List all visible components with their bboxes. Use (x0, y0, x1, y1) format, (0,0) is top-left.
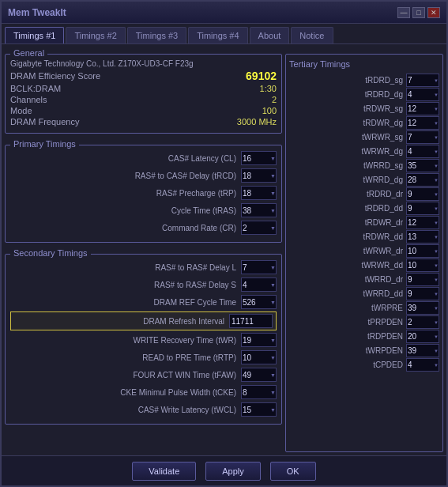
tertiary-timing-select[interactable]: 4 (406, 88, 439, 101)
timing-rrds-select[interactable]: 4 (241, 277, 277, 292)
timing-tcke-row: CKE Minimul Pulse Width (tCKE) 8 (10, 384, 277, 400)
dram-refresh-label: DRAM Refresh Interval (14, 317, 229, 326)
tertiary-timing-wrapper: 20 (406, 330, 439, 343)
channels-label: Channels (10, 95, 47, 104)
tertiary-timing-select[interactable]: 7 (406, 130, 439, 144)
timing-cl-select[interactable]: 16 (241, 151, 277, 165)
timing-ref-select[interactable]: 526 (241, 295, 277, 309)
channels-row: Channels 2 (10, 95, 277, 104)
tertiary-timing-row: tRDWR_sg 12 (289, 102, 439, 115)
timing-cr-select[interactable]: 2 (241, 221, 277, 235)
mode-row: Mode 100 (10, 106, 277, 115)
tertiary-timing-label: tRDPDEN (289, 332, 406, 341)
main-content: General Gigabyte Technology Co., Ltd. Z1… (2, 44, 446, 455)
timing-trcd-wrapper: 18 (241, 168, 277, 183)
tertiary-timing-select[interactable]: 12 (406, 116, 439, 130)
tertiary-timing-select[interactable]: 7 (406, 74, 439, 87)
timing-trp-select[interactable]: 18 (241, 186, 277, 200)
tertiary-timing-row: tWRPDEN 39 (289, 344, 439, 357)
tertiary-timing-wrapper: 9 (406, 202, 439, 215)
tertiary-timing-wrapper: 10 (406, 259, 439, 272)
tertiary-timing-label: tWRPRE (289, 304, 406, 312)
tertiary-timing-select[interactable]: 39 (406, 344, 439, 357)
validate-button[interactable]: Validate (132, 462, 196, 481)
timing-rrds-label: RAS# to RAS# Delay S (10, 281, 241, 289)
timing-tcke-wrapper: 8 (241, 385, 277, 399)
tertiary-timings-list: tRDRD_sg 7 tRDRD_dg 4 tRDWR_sg 12 tRDWR_… (289, 74, 439, 372)
timing-tfaw-select[interactable]: 49 (241, 368, 277, 382)
tertiary-timing-row: tRDWR_dg 12 (289, 116, 439, 130)
tertiary-timing-row: tPRPDEN 2 (289, 315, 439, 329)
tertiary-timing-select[interactable]: 35 (406, 159, 439, 172)
bclk-row: BCLK:DRAM 1:30 (10, 84, 277, 93)
tertiary-timing-select[interactable]: 4 (406, 358, 439, 372)
tab-timings4[interactable]: Timings #4 (188, 27, 247, 43)
tertiary-timing-row: tWRWR_sg 7 (289, 130, 439, 144)
tab-timings1[interactable]: Timings #1 (5, 27, 64, 43)
right-panel: Tertiary Timings tRDRD_sg 7 tRDRD_dg 4 t… (285, 47, 443, 452)
bclk-value: 1:30 (260, 84, 277, 93)
apply-button[interactable]: Apply (205, 462, 261, 481)
timing-rrdl-select[interactable]: 7 (241, 260, 277, 274)
timing-trtp-wrapper: 10 (241, 350, 277, 364)
tertiary-timing-row: tRDRD_dg 4 (289, 88, 439, 101)
tertiary-timing-label: tWRRD_dd (289, 289, 406, 298)
tertiary-timing-select[interactable]: 9 (406, 187, 439, 201)
tertiary-timing-select[interactable]: 4 (406, 145, 439, 158)
maximize-button[interactable]: □ (412, 7, 425, 18)
tertiary-timing-row: tWRRD_dr 9 (289, 273, 439, 286)
tab-notice[interactable]: Notice (291, 27, 333, 43)
manufacturer-row: Gigabyte Technology Co., Ltd. Z170X-UD3-… (10, 59, 277, 68)
timing-twr-row: WRITE Recovery Time (tWR) 19 (10, 332, 277, 348)
timing-tras-select[interactable]: 38 (241, 203, 277, 217)
left-panel: General Gigabyte Technology Co., Ltd. Z1… (5, 47, 282, 452)
tertiary-timing-select[interactable]: 2 (406, 315, 439, 329)
tertiary-timing-wrapper: 12 (406, 116, 439, 130)
tertiary-timing-row: tWRRD_sg 35 (289, 159, 439, 172)
tertiary-timing-select[interactable]: 20 (406, 330, 439, 343)
close-button[interactable]: ✕ (427, 7, 440, 18)
tertiary-timing-wrapper: 9 (406, 273, 439, 286)
timing-twr-label: WRITE Recovery Time (tWR) (10, 336, 241, 345)
tertiary-timing-select[interactable]: 9 (406, 273, 439, 286)
primary-label: Primary Timings (10, 139, 79, 149)
timing-twr-select[interactable]: 19 (241, 333, 277, 347)
tertiary-timing-select[interactable]: 28 (406, 173, 439, 187)
timing-trcd-select[interactable]: 18 (241, 168, 277, 183)
tertiary-timing-row: tRDWR_dr 12 (289, 216, 439, 229)
tertiary-timing-select[interactable]: 12 (406, 102, 439, 115)
tertiary-timing-label: tRDWR_dg (289, 119, 406, 127)
timing-tcke-label: CKE Minimul Pulse Width (tCKE) (10, 388, 241, 397)
minimize-button[interactable]: — (397, 7, 410, 18)
tertiary-timing-wrapper: 12 (406, 216, 439, 229)
dram-refresh-input[interactable] (229, 314, 273, 328)
tertiary-timing-select[interactable]: 9 (406, 287, 439, 300)
tertiary-timing-select[interactable]: 12 (406, 216, 439, 229)
timing-trcd-label: RAS# to CAS# Delay (tRCD) (10, 172, 241, 180)
timing-ref-wrapper: 526 (241, 295, 277, 309)
tertiary-title: Tertiary Timings (289, 58, 439, 70)
freq-row: DRAM Frequency 3000 MHz (10, 117, 277, 126)
tertiary-timing-row: tWRWR_dd 10 (289, 259, 439, 272)
tertiary-timing-select[interactable]: 9 (406, 202, 439, 215)
tab-about[interactable]: About (250, 27, 290, 43)
timing-rrds-wrapper: 4 (241, 277, 277, 292)
timing-tcke-select[interactable]: 8 (241, 385, 277, 399)
tabs-bar: Timings #1 Timings #2 Timings #3 Timings… (2, 24, 446, 44)
ok-button[interactable]: OK (270, 462, 316, 481)
tertiary-timing-wrapper: 39 (406, 301, 439, 315)
timing-tfaw-label: FOUR ACT WIN Time (tFAW) (10, 371, 241, 379)
timing-trtp-select[interactable]: 10 (241, 350, 277, 364)
tab-timings2[interactable]: Timings #2 (66, 27, 125, 43)
tertiary-timing-select[interactable]: 39 (406, 301, 439, 315)
tertiary-timing-select[interactable]: 10 (406, 244, 439, 258)
timing-rrdl-row: RAS# to RAS# Delay L 7 (10, 259, 277, 275)
channels-value: 2 (272, 95, 277, 104)
tertiary-timing-row: tWRWR_dr 10 (289, 244, 439, 258)
tertiary-timing-select[interactable]: 10 (406, 259, 439, 272)
timing-twcl-select[interactable]: 15 (241, 402, 277, 417)
window-controls: — □ ✕ (397, 7, 440, 18)
tab-timings3[interactable]: Timings #3 (127, 27, 186, 43)
tertiary-timing-select[interactable]: 13 (406, 230, 439, 244)
tertiary-timing-label: tWRRD_dr (289, 275, 406, 284)
